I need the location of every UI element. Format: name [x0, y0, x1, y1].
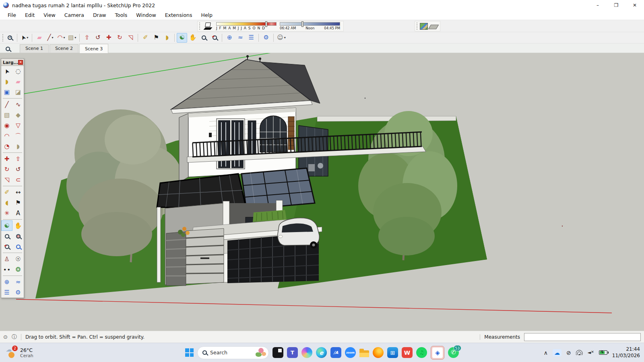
- clock[interactable]: 21:44 11/03/2026: [612, 346, 640, 359]
- share-model-button[interactable]: ≈: [235, 33, 246, 43]
- tool-orbit[interactable]: ☯: [1, 220, 12, 231]
- ia-app-icon[interactable]: /A: [330, 347, 341, 358]
- pan-tool[interactable]: ✋: [188, 33, 198, 43]
- car[interactable]: [278, 218, 319, 249]
- tray-chevron-icon[interactable]: ∧: [544, 350, 548, 356]
- tool-material[interactable]: ◪: [12, 87, 24, 97]
- extension-warehouse-button[interactable]: ⚙: [261, 33, 271, 43]
- measurements-input[interactable]: [524, 333, 641, 341]
- line-tool[interactable]: ╱▾: [45, 33, 56, 43]
- menu-help[interactable]: Help: [197, 11, 217, 19]
- tool-3d-warehouse[interactable]: ⊕: [1, 277, 12, 287]
- zoom-extents-tool[interactable]: [209, 33, 220, 43]
- toolbar-drag-handle[interactable]: [417, 23, 418, 30]
- tool-3d-text[interactable]: A: [12, 208, 24, 218]
- toggle-terrain-icon[interactable]: [428, 25, 439, 29]
- tool-line[interactable]: ╱: [1, 99, 12, 110]
- tab-scene-2[interactable]: Scene 2: [50, 44, 78, 53]
- follow-me-tool[interactable]: ↺: [93, 33, 103, 43]
- menu-view[interactable]: View: [39, 11, 60, 19]
- tool-freehand[interactable]: ∿: [12, 99, 24, 110]
- tool-select[interactable]: ➤: [1, 66, 12, 76]
- weather-widget[interactable]: ☁ 2 26°C Cerah: [6, 347, 33, 358]
- notebook-app-icon[interactable]: [272, 347, 283, 358]
- text-tool[interactable]: ⚑: [151, 33, 161, 43]
- tool-make-component[interactable]: ▣: [1, 87, 12, 97]
- share-component-button[interactable]: ☰: [246, 33, 256, 43]
- 3d-warehouse-button[interactable]: ⊕: [224, 33, 235, 43]
- tool-position-camera[interactable]: ♙: [1, 254, 12, 264]
- sketchup-taskbar-active[interactable]: ◈: [431, 346, 444, 360]
- shadow-date-slider[interactable]: J F M A M J J A S O N D: [216, 22, 277, 30]
- palette-close-button[interactable]: ✕: [18, 60, 23, 65]
- tool-pie[interactable]: ◔: [1, 141, 12, 152]
- title-bar[interactable]: nadhea tugas rumah 2 lantai mplllu - Ske…: [0, 0, 644, 10]
- start-button[interactable]: [185, 348, 194, 357]
- tool-three-point-arc[interactable]: ◗: [12, 141, 24, 152]
- tool-zoom-extents[interactable]: [1, 241, 12, 252]
- tool-dimension[interactable]: ↔: [12, 187, 24, 197]
- info-icon[interactable]: ⓘ: [12, 333, 17, 341]
- microsoft-store-icon[interactable]: ⊞: [387, 347, 398, 358]
- search-tool[interactable]: [4, 33, 15, 43]
- tool-tape-measure[interactable]: ✐: [1, 187, 12, 197]
- menu-camera[interactable]: Camera: [60, 11, 89, 19]
- tool-push-pull[interactable]: ⇧: [12, 154, 24, 164]
- time-slider-thumb[interactable]: [301, 21, 303, 27]
- menu-window[interactable]: Window: [132, 11, 160, 19]
- firefox-icon[interactable]: [373, 347, 384, 358]
- tool-look-around[interactable]: ☉: [12, 254, 24, 264]
- tab-scene-3[interactable]: Scene 3: [79, 44, 108, 53]
- tool-axes[interactable]: ✳: [1, 208, 12, 218]
- hidden-eye-icon[interactable]: ⊘: [566, 350, 571, 356]
- rectangle-tool[interactable]: ▧▾: [67, 33, 77, 43]
- tape-measure-tool[interactable]: ✐: [140, 33, 151, 43]
- model-viewport[interactable]: Larg... ✕ ➤◌ ◗▰ ▣◪ ╱∿ ▧◆ ◉▽ ◠⌒ ◔◗ ✚⇧ ↻↺ …: [0, 53, 644, 331]
- tool-rectangle[interactable]: ▧: [1, 110, 12, 120]
- shadow-toggle-icon[interactable]: [204, 23, 213, 30]
- tool-lasso-select[interactable]: ◌: [12, 66, 24, 76]
- tool-circle[interactable]: ◉: [1, 120, 12, 131]
- battery-charging-icon[interactable]: ↯: [599, 350, 607, 355]
- tool-extension-warehouse[interactable]: ⚙: [12, 287, 24, 298]
- tool-polygon[interactable]: ▽: [12, 120, 24, 131]
- menu-file[interactable]: File: [3, 11, 21, 19]
- volume-muted-icon[interactable]: ◄✕: [588, 350, 594, 355]
- tool-rotated-rectangle[interactable]: ◆: [12, 110, 24, 120]
- push-pull-tool[interactable]: ⇧: [82, 33, 92, 43]
- close-button[interactable]: ✕: [625, 0, 644, 10]
- tool-text[interactable]: ⚑: [12, 197, 24, 208]
- tab-scene-1[interactable]: Scene 1: [20, 44, 49, 53]
- orbit-tool[interactable]: ☯: [177, 33, 187, 43]
- tool-offset[interactable]: ⊂: [12, 175, 24, 185]
- tool-eraser[interactable]: ▰: [12, 76, 24, 87]
- move-tool[interactable]: ✚: [103, 33, 114, 43]
- tool-protractor[interactable]: ◖: [1, 197, 12, 208]
- tool-two-point-arc[interactable]: ⌒: [12, 131, 24, 141]
- file-explorer-icon[interactable]: [359, 350, 369, 357]
- toolbar-drag-handle[interactable]: [2, 34, 4, 41]
- scene-search-icon[interactable]: [6, 47, 10, 51]
- teams-icon[interactable]: T: [287, 347, 298, 358]
- restore-button[interactable]: ❐: [607, 0, 625, 10]
- taskbar-search[interactable]: Search: [197, 346, 269, 359]
- rotate-tool[interactable]: ↻: [114, 33, 125, 43]
- tool-zoom[interactable]: [1, 231, 12, 241]
- tool-zoom-window[interactable]: [12, 231, 24, 241]
- tool-rotate[interactable]: ↻: [1, 164, 12, 175]
- onedrive-icon[interactable]: ☁: [553, 349, 561, 356]
- tool-arc[interactable]: ◠: [1, 131, 12, 141]
- eraser-tool[interactable]: ▰: [34, 33, 45, 43]
- date-slider-thumb[interactable]: [265, 21, 267, 27]
- tool-walk[interactable]: ∙∙: [1, 264, 12, 275]
- spotify-icon[interactable]: ♫: [416, 347, 427, 358]
- tool-follow-me[interactable]: ↺: [12, 164, 24, 175]
- geolocation-icon[interactable]: ⊙: [3, 334, 8, 340]
- shadow-time-slider[interactable]: 06:42 AM Noon 04:45 PM: [280, 22, 340, 30]
- palette-title-bar[interactable]: Larg... ✕: [1, 59, 24, 66]
- tool-paint-bucket[interactable]: ◗: [1, 76, 12, 87]
- edge-icon[interactable]: e: [316, 347, 327, 358]
- menu-extensions[interactable]: Extensions: [161, 11, 197, 19]
- tool-previous[interactable]: [12, 241, 24, 252]
- tool-pan[interactable]: ✋: [12, 220, 24, 231]
